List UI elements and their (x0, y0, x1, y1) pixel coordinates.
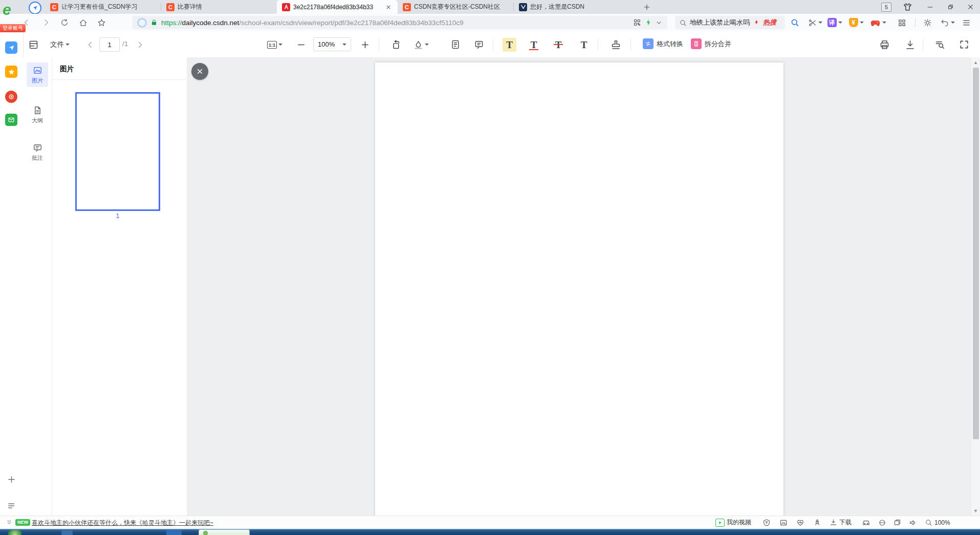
collapse-chevrons-icon[interactable] (6, 519, 12, 525)
panel-tab-images[interactable]: 图片 (27, 62, 48, 87)
tab-csdn-learn[interactable]: C 让学习更有价值_CSDN学习 (45, 0, 161, 14)
zoom-in-button[interactable] (358, 38, 372, 51)
speaker-icon[interactable] (909, 519, 917, 527)
my-videos-icon[interactable] (715, 519, 725, 527)
minimize-button[interactable] (921, 0, 939, 14)
site-info-icon[interactable] (137, 18, 147, 28)
lightning-speed-icon[interactable] (645, 19, 652, 26)
apps-grid-icon[interactable] (897, 18, 907, 27)
login-badge[interactable]: 登录账号 (0, 24, 26, 32)
refresh-button[interactable] (59, 18, 70, 27)
pdf-page[interactable] (375, 62, 783, 516)
split-merge-button[interactable]: 拆分合并 (691, 38, 731, 49)
translate-icon[interactable]: 译 (826, 18, 843, 27)
theme-shirt-icon[interactable] (903, 2, 912, 12)
page-thumbnail-1[interactable] (75, 92, 160, 211)
rail-list-icon[interactable] (5, 500, 17, 512)
health-heart-icon[interactable] (796, 519, 804, 527)
text-strikethrough-tool[interactable]: T (552, 38, 565, 51)
panel-tab-outline[interactable]: 大纲 (27, 102, 48, 127)
menu-hamburger-icon[interactable] (961, 18, 971, 27)
search-document-icon[interactable] (933, 38, 946, 51)
qr-code-icon[interactable] (633, 18, 641, 27)
format-convert-label: 格式转换 (657, 39, 683, 49)
zoom-magnifier-icon[interactable] (925, 519, 932, 526)
bookmark-star-icon[interactable] (96, 18, 106, 27)
weibo-icon[interactable] (5, 91, 17, 103)
zoom-level-select[interactable]: 100% (313, 37, 351, 51)
text-highlight-tool[interactable]: T (503, 38, 516, 52)
next-page-button[interactable] (133, 38, 146, 51)
pdf-canvas[interactable] (187, 57, 971, 516)
stamp-icon[interactable] (609, 38, 622, 51)
add-panel-icon[interactable] (5, 473, 17, 485)
start-orb[interactable] (8, 530, 21, 535)
security-shield-icon[interactable] (763, 519, 771, 527)
download-manager-icon[interactable] (830, 519, 837, 526)
format-convert-button[interactable]: 格式转换 (643, 38, 683, 49)
new-tab-button[interactable] (641, 2, 652, 13)
game-center-icon[interactable] (869, 18, 887, 27)
zoom-out-button[interactable] (294, 38, 308, 51)
text-underline-tool[interactable]: T (527, 38, 540, 51)
file-menu[interactable]: 文件 (50, 40, 70, 49)
hot-search-box[interactable]: 地铁上该禁止喝水吗 热搜 (675, 16, 785, 29)
quick-app-icon[interactable] (5, 41, 17, 54)
page-number-input[interactable]: 1 (99, 37, 120, 52)
tab-csdn-service[interactable]: 您好，这里是CSDN (514, 0, 629, 14)
scroll-up-icon[interactable]: ▲ (971, 60, 980, 65)
taskbar-icon[interactable] (61, 530, 73, 535)
download-icon[interactable] (903, 38, 917, 51)
favorites-star-icon[interactable] (5, 66, 17, 78)
taskbar-icon[interactable] (166, 530, 182, 535)
vertical-scrollbar[interactable]: ▲ ▼ (971, 57, 980, 516)
compat-swirl-icon[interactable] (878, 519, 886, 527)
scroll-down-icon[interactable]: ▼ (971, 508, 980, 513)
note-page-icon[interactable] (449, 38, 462, 51)
print-icon[interactable] (878, 38, 891, 51)
mail-icon[interactable] (5, 114, 17, 126)
text-insert-tool[interactable]: T (577, 38, 591, 51)
tab-count-badge[interactable]: 5 (881, 3, 891, 12)
panel-tab-label: 大纲 (32, 117, 43, 124)
wallet-shield-icon[interactable]: ¥ (848, 18, 864, 27)
daynight-sun-icon[interactable] (922, 18, 932, 27)
close-panel-button[interactable] (191, 63, 208, 80)
page-zoom-value[interactable]: 100% (934, 519, 950, 526)
scrollbar-thumb[interactable] (973, 68, 979, 439)
restore-button[interactable] (942, 0, 959, 14)
prev-page-button[interactable] (83, 38, 97, 51)
windows-taskbar-edge (0, 529, 980, 535)
window-mode-icon[interactable] (894, 519, 901, 526)
tab-close-icon[interactable] (384, 3, 393, 11)
browser-home-compass-icon[interactable] (29, 2, 41, 14)
address-bar[interactable]: https://dailycode.csdn.net/school-exam/c… (132, 16, 667, 29)
promo-link[interactable]: 喜欢斗地主的小伙伴还在等什么，快来《哈灵斗地主》一起来玩吧~ (32, 519, 213, 527)
rotate-page-icon[interactable] (389, 38, 402, 51)
tab-bar: C 让学习更有价值_CSDN学习 C 比赛详情 3e2c2178a06f4ded… (0, 0, 980, 14)
panel-tab-annotations[interactable]: 批注 (27, 140, 48, 164)
forward-button[interactable] (41, 18, 51, 27)
active-task-button[interactable] (199, 529, 250, 535)
incognito-car-icon[interactable] (862, 518, 870, 527)
download-label[interactable]: 下载 (839, 518, 852, 527)
home-button[interactable] (78, 18, 88, 27)
highlight-fill-icon[interactable] (412, 38, 430, 51)
restore-session-icon[interactable] (940, 18, 956, 27)
search-go-button[interactable] (790, 18, 800, 27)
tab-pdf-report-active[interactable]: 3e2c2178a06f4ded83b34b33 (277, 0, 398, 14)
tab-contest-detail[interactable]: C 比赛详情 (161, 0, 277, 14)
chevron-down-icon[interactable] (656, 19, 662, 26)
toggle-sidebar-icon[interactable] (27, 38, 40, 51)
booster-rocket-icon[interactable] (813, 519, 821, 527)
fullscreen-icon[interactable] (957, 38, 971, 51)
comment-icon[interactable] (472, 38, 486, 51)
panel-tab-label: 批注 (32, 154, 43, 162)
picture-mode-icon[interactable] (779, 519, 788, 527)
fit-actual-size-button[interactable]: 1:1 (264, 38, 286, 51)
close-button[interactable] (962, 0, 979, 14)
screenshot-scissors-icon[interactable] (808, 18, 823, 27)
tab-csdn-community[interactable]: C CSDN竞赛专区社区-CSDN社区 (398, 0, 513, 14)
my-videos-label[interactable]: 我的视频 (727, 518, 751, 527)
text-tool-glyph: T (581, 40, 587, 50)
